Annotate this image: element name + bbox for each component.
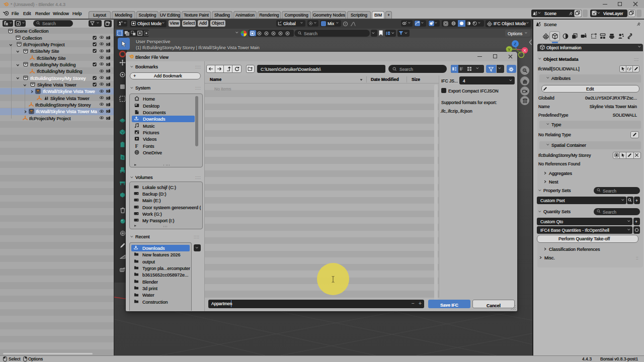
svg-text:Y: Y [508,47,511,52]
svg-text:2: 2 [629,68,630,71]
svg-text:X: X [523,48,526,53]
svg-text:Z: Z [514,42,517,46]
